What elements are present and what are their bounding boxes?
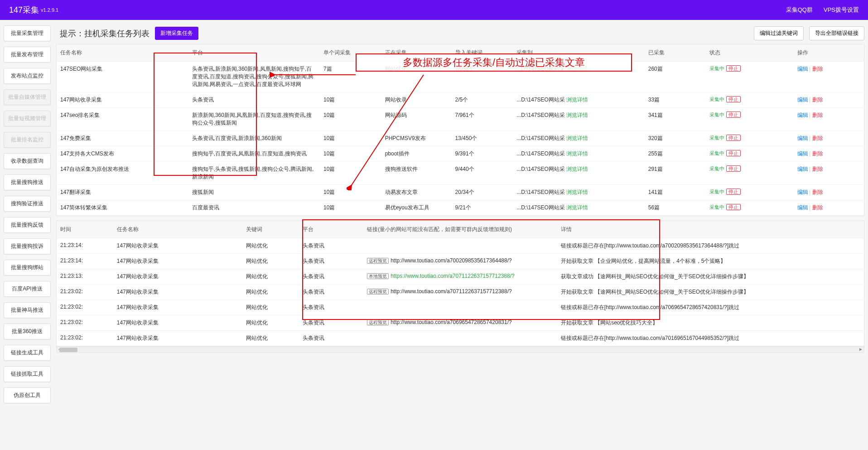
cell-detail: 开始获取文章 【途网科技_网站SEO优化如何做_关于SEO优化详细操作步骤】 bbox=[557, 285, 864, 300]
log-url[interactable]: http://www.toutiao.com/a7002098535617364… bbox=[391, 257, 512, 264]
edit-link[interactable]: 编辑 bbox=[797, 97, 808, 103]
browse-detail-link[interactable]: 浏览详情 bbox=[566, 112, 588, 118]
edit-link[interactable]: 编辑 bbox=[797, 66, 808, 72]
status-tag: 采集中 bbox=[709, 189, 724, 194]
log-horizontal-scrollbar[interactable]: ◄ ► bbox=[57, 346, 864, 353]
cell-single: 10篇 bbox=[320, 146, 381, 162]
sidebar-item-6[interactable]: 收录数据查询 bbox=[4, 153, 51, 169]
preview-badge[interactable]: 远程预览 bbox=[367, 319, 389, 325]
sidebar-item-9[interactable]: 批量搜狗反馈 bbox=[4, 217, 51, 233]
sidebar-item-14[interactable]: 批量360推送 bbox=[4, 324, 51, 339]
sidebar-item-8[interactable]: 搜狗验证推送 bbox=[4, 196, 51, 212]
sidebar-item-0[interactable]: 批量采集管理 bbox=[4, 25, 51, 41]
stop-button[interactable]: 停止 bbox=[726, 165, 741, 172]
cell-keywords: 9/440个 bbox=[452, 162, 513, 185]
sidebar-item-15[interactable]: 链接生成工具 bbox=[4, 345, 51, 361]
sidebar-item-2[interactable]: 发布站点监控 bbox=[4, 68, 51, 84]
status-tag: 采集中 bbox=[709, 97, 724, 102]
top-link-qq[interactable]: 采集QQ群 bbox=[786, 6, 813, 14]
browse-detail-link[interactable]: 浏览详情 bbox=[566, 189, 588, 195]
stop-button[interactable]: 停止 bbox=[726, 111, 741, 118]
cell-keywords: 9/21个 bbox=[452, 200, 513, 216]
browse-detail-link[interactable]: 浏览详情 bbox=[566, 97, 588, 103]
log-url[interactable]: http://www.toutiao.com/a7071122637157712… bbox=[391, 288, 512, 295]
cell-task: 147网站收录采集 bbox=[113, 300, 242, 315]
delete-link[interactable]: 删除 bbox=[812, 166, 823, 172]
cell-name: 147翻译采集 bbox=[57, 185, 188, 200]
browse-detail-link[interactable]: 浏览详情 bbox=[566, 135, 588, 141]
preview-badge[interactable]: 远程预览 bbox=[367, 289, 389, 295]
th-name: 任务名称 bbox=[57, 44, 188, 62]
delete-link[interactable]: 删除 bbox=[812, 112, 823, 118]
cell-collectto: ...D:\147SEO网站采 浏览详情 bbox=[513, 162, 645, 185]
cell-name: 147seo排名采集 bbox=[57, 108, 188, 131]
cell-status: 采集中停止 bbox=[706, 162, 794, 185]
scroll-thumb[interactable] bbox=[59, 348, 77, 352]
edit-link[interactable]: 编辑 bbox=[797, 204, 808, 211]
edit-link[interactable]: 编辑 bbox=[797, 150, 808, 157]
cell-status: 采集中停止 bbox=[706, 62, 794, 92]
browse-detail-link[interactable]: 浏览详情 bbox=[566, 166, 588, 172]
cell-name: 147网站收录采集 bbox=[57, 92, 188, 108]
edit-filter-button[interactable]: 编辑过滤关键词 bbox=[754, 26, 804, 40]
browse-detail-link[interactable]: 浏览详情 bbox=[566, 150, 588, 157]
stop-button[interactable]: 停止 bbox=[726, 135, 741, 141]
delete-link[interactable]: 删除 bbox=[812, 97, 823, 103]
th-link: 链接(量小的网站可能没有匹配，如需要可群内反馈增加规则) bbox=[363, 221, 557, 238]
sidebar-item-10[interactable]: 批量搜狗投诉 bbox=[4, 238, 51, 254]
log-pane: 时间 任务名称 关键词 平台 链接(量小的网站可能没有匹配，如需要可群内反馈增加… bbox=[56, 221, 864, 353]
scroll-right-icon[interactable]: ► bbox=[858, 347, 864, 353]
cell-time: 21:23:02: bbox=[57, 315, 113, 331]
sidebar-item-12[interactable]: 百度API推送 bbox=[4, 281, 51, 297]
cell-keywords: 7/961个 bbox=[452, 108, 513, 131]
cell-name: 147自动采集为原创发布推送 bbox=[57, 162, 188, 185]
sidebar-item-11[interactable]: 批量搜狗绑站 bbox=[4, 260, 51, 276]
sidebar-item-16[interactable]: 链接抓取工具 bbox=[4, 366, 51, 382]
delete-link[interactable]: 删除 bbox=[812, 204, 823, 211]
sidebar-item-7[interactable]: 批量搜狗推送 bbox=[4, 174, 51, 190]
cell-single: 10篇 bbox=[320, 185, 381, 200]
stop-button[interactable]: 停止 bbox=[726, 65, 741, 72]
delete-link[interactable]: 删除 bbox=[812, 150, 823, 157]
edit-link[interactable]: 编辑 bbox=[797, 135, 808, 141]
log-row: 21:23:13:147网站收录采集网站优化头条资讯本地预览https://ww… bbox=[57, 269, 864, 285]
task-row: 147自动采集为原创发布推送搜狗知乎,头条资讯,搜狐新闻,搜狗公众号,腾讯新闻,… bbox=[57, 162, 864, 185]
stop-button[interactable]: 停止 bbox=[726, 189, 741, 195]
sidebar-item-3: 批量自媒体管理 bbox=[4, 89, 51, 105]
log-row: 21:23:02:147网站收录采集网站优化头条资讯链接或标题已存在[http:… bbox=[57, 331, 864, 346]
cell-collected: 255篇 bbox=[645, 146, 706, 162]
edit-link[interactable]: 编辑 bbox=[797, 112, 808, 118]
export-error-button[interactable]: 导出全部错误链接 bbox=[809, 26, 864, 40]
cell-keyword: 网站优化 bbox=[242, 315, 299, 331]
cell-op: 编辑|删除 bbox=[794, 185, 864, 200]
edit-link[interactable]: 编辑 bbox=[797, 189, 808, 195]
cell-running: 网站收录 bbox=[381, 92, 452, 108]
delete-link[interactable]: 删除 bbox=[812, 189, 823, 195]
delete-link[interactable]: 删除 bbox=[812, 135, 823, 141]
log-row: 21:23:14:147网站收录采集网站优化头条资讯链接或标题已存在[http:… bbox=[57, 238, 864, 254]
sidebar-item-1[interactable]: 批量发布管理 bbox=[4, 47, 51, 63]
sidebar-item-13[interactable]: 批量神马推送 bbox=[4, 302, 51, 318]
browse-detail-link[interactable]: 浏览详情 bbox=[566, 66, 588, 72]
cell-task: 147网站收录采集 bbox=[113, 269, 242, 285]
top-link-vps[interactable]: VPS拨号设置 bbox=[824, 6, 859, 14]
cell-platform: 搜狗知乎,头条资讯,搜狐新闻,搜狗公众号,腾讯新闻,新浪新闻 bbox=[188, 162, 320, 185]
cell-single: 7篇 bbox=[320, 62, 381, 92]
preview-badge[interactable]: 本地预览 bbox=[367, 273, 389, 279]
preview-badge[interactable]: 远程预览 bbox=[367, 258, 389, 264]
th-collected: 已采集 bbox=[645, 44, 706, 62]
stop-button[interactable]: 停止 bbox=[726, 204, 741, 210]
add-task-button[interactable]: 新增采集任务 bbox=[155, 27, 198, 40]
cell-task: 147网站收录采集 bbox=[113, 331, 242, 346]
stop-button[interactable]: 停止 bbox=[726, 150, 741, 156]
sidebar-item-17[interactable]: 伪原创工具 bbox=[4, 387, 51, 403]
log-url[interactable]: http://www.toutiao.com/a7069654728657420… bbox=[391, 319, 512, 325]
browse-detail-link[interactable]: 浏览详情 bbox=[566, 204, 588, 211]
cell-collected: 291篇 bbox=[645, 162, 706, 185]
log-url[interactable]: https://www.toutiao.com/a707112263715771… bbox=[391, 273, 515, 279]
edit-link[interactable]: 编辑 bbox=[797, 166, 808, 172]
cell-name: 147简体转繁体采集 bbox=[57, 200, 188, 216]
stop-button[interactable]: 停止 bbox=[726, 96, 741, 102]
cell-collected: 141篇 bbox=[645, 185, 706, 200]
delete-link[interactable]: 删除 bbox=[812, 66, 823, 72]
